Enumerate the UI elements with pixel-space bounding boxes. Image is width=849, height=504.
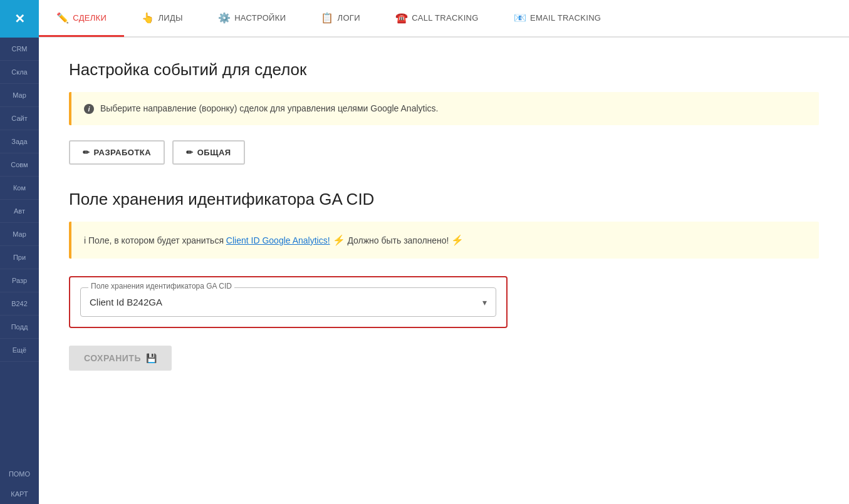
logi-icon: 📋 xyxy=(321,12,333,24)
sidebar-item-help[interactable]: ПОМО xyxy=(0,464,39,484)
main-area: ✏️ СДЕЛКИ 👆 ЛИДЫ ⚙️ НАСТРОЙКИ 📋 ЛОГИ ☎️ … xyxy=(39,0,849,504)
sidebar-item-zada[interactable]: Зада xyxy=(0,130,39,153)
sdelki-icon: ✏️ xyxy=(56,12,69,24)
tab-email-tracking-label: EMAIL TRACKING xyxy=(530,13,601,23)
sidebar-item-pri[interactable]: При xyxy=(0,246,39,269)
info-icon-2: i xyxy=(84,235,86,245)
email-tracking-icon: 📧 xyxy=(514,12,526,24)
tab-sdelki[interactable]: ✏️ СДЕЛКИ xyxy=(39,1,124,37)
tab-nastroyki-label: НАСТРОЙКИ xyxy=(234,13,286,23)
sidebar-item-mar1[interactable]: Мар xyxy=(0,84,39,107)
lightning-icon-2: ⚡ xyxy=(451,235,464,245)
razrabotka-button[interactable]: ✏ РАЗРАБОТКА xyxy=(69,140,165,165)
info-box2-part1: Поле, в котором будет храниться xyxy=(88,235,224,245)
sidebar-item-avt[interactable]: Авт xyxy=(0,200,39,223)
sidebar-item-sklad[interactable]: Скла xyxy=(0,61,39,84)
tab-bar: ✏️ СДЕЛКИ 👆 ЛИДЫ ⚙️ НАСТРОЙКИ 📋 ЛОГИ ☎️ … xyxy=(39,0,849,38)
section2-title: Поле хранения идентификатора GA CID xyxy=(69,190,819,209)
tab-call-tracking[interactable]: ☎️ CALL TRACKING xyxy=(378,1,496,37)
sidebar-close-button[interactable]: ✕ xyxy=(0,0,39,38)
close-icon: ✕ xyxy=(14,11,25,26)
client-id-link[interactable]: Client ID Google Analytics! xyxy=(226,235,330,245)
sidebar-item-razr[interactable]: Разр xyxy=(0,269,39,292)
save-icon: 💾 xyxy=(146,353,157,363)
sidebar-item-sovm[interactable]: Совм xyxy=(0,153,39,177)
sidebar-item-mar2[interactable]: Мар xyxy=(0,223,39,246)
sidebar-item-eshche[interactable]: Ещё xyxy=(0,339,39,362)
info-box-2: i Поле, в котором будет храниться Client… xyxy=(69,222,819,259)
ga-cid-select[interactable]: Client Id B242GA xyxy=(81,288,496,316)
sidebar-item-podd[interactable]: Подд xyxy=(0,316,39,339)
obshchaya-pencil-icon: ✏ xyxy=(186,148,194,157)
lightning-icon-1: ⚡ xyxy=(333,235,345,245)
main-content: Настройка событий для сделок i Выберите … xyxy=(39,38,849,504)
sidebar: ✕ CRM Скла Мар Сайт Зада Совм Ком Авт Ма… xyxy=(0,0,39,504)
sidebar-item-map[interactable]: КАРТ xyxy=(0,484,39,504)
sidebar-item-crm[interactable]: CRM xyxy=(0,38,39,61)
tab-sdelki-label: СДЕЛКИ xyxy=(73,13,107,23)
info-box2-part2: Должно быть заполнено! xyxy=(347,235,449,245)
tab-logi-label: ЛОГИ xyxy=(338,13,360,23)
obshchaya-button[interactable]: ✏ ОБЩАЯ xyxy=(172,140,244,165)
info-box-1: i Выберите направление (воронку) сделок … xyxy=(69,92,819,125)
save-button-label: СОХРАНИТЬ xyxy=(84,353,141,363)
lidy-icon: 👆 xyxy=(142,12,154,24)
sidebar-bottom: ПОМО КАРТ xyxy=(0,464,39,504)
nastroyki-icon: ⚙️ xyxy=(218,12,231,24)
sidebar-item-sayt[interactable]: Сайт xyxy=(0,107,39,130)
tab-email-tracking[interactable]: 📧 EMAIL TRACKING xyxy=(496,1,619,37)
ga-cid-field-label: Поле хранения идентификатора GA CID xyxy=(88,282,234,291)
section1-title: Настройка событий для сделок xyxy=(69,60,819,80)
tab-lidy-label: ЛИДЫ xyxy=(158,13,182,23)
tab-logi[interactable]: 📋 ЛОГИ xyxy=(303,1,378,37)
tab-nastroyki[interactable]: ⚙️ НАСТРОЙКИ xyxy=(201,1,303,37)
tab-lidy[interactable]: 👆 ЛИДЫ xyxy=(124,1,201,37)
sidebar-item-kom[interactable]: Ком xyxy=(0,177,39,200)
call-tracking-icon: ☎️ xyxy=(395,12,408,24)
client-id-link-text: Client ID Google Analytics! xyxy=(226,235,330,245)
razrabotka-label: РАЗРАБОТКА xyxy=(94,148,152,157)
razrabotka-pencil-icon: ✏ xyxy=(83,148,90,157)
obshchaya-label: ОБЩАЯ xyxy=(197,148,231,157)
sidebar-item-b242[interactable]: B242 xyxy=(0,292,39,316)
ga-cid-field-container: Поле хранения идентификатора GA CID Clie… xyxy=(69,276,508,328)
ga-cid-field-wrapper: Поле хранения идентификатора GA CID Clie… xyxy=(80,287,496,317)
tab-call-tracking-label: CALL TRACKING xyxy=(412,13,479,23)
info-box-1-text: Выберите направление (воронку) сделок дл… xyxy=(100,103,439,113)
funnel-buttons: ✏ РАЗРАБОТКА ✏ ОБЩАЯ xyxy=(69,140,819,165)
info-icon-1: i xyxy=(84,104,94,114)
save-button[interactable]: СОХРАНИТЬ 💾 xyxy=(69,346,172,371)
